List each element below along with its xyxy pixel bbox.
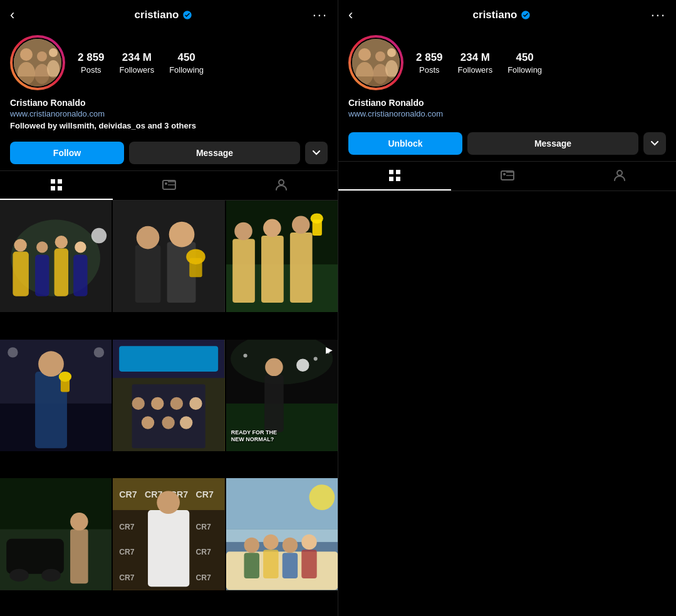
right-following-stat[interactable]: 450 Following <box>507 51 542 75</box>
right-more-button[interactable]: ··· <box>651 7 666 23</box>
grid-item-6[interactable]: READY FOR THENEW NORMAL? ▶ <box>226 340 338 451</box>
left-avatar[interactable] <box>10 35 65 90</box>
svg-rect-39 <box>261 236 284 303</box>
tab-tagged[interactable] <box>225 171 338 200</box>
right-button-row: Unblock Message <box>338 127 676 161</box>
svg-point-98 <box>244 538 259 553</box>
svg-rect-20 <box>35 255 49 296</box>
svg-point-34 <box>187 249 206 264</box>
svg-point-1 <box>20 48 33 61</box>
svg-point-104 <box>301 535 316 550</box>
right-stats-row: 2 859 Posts 234 M Followers 450 Followin… <box>416 51 542 75</box>
svg-rect-105 <box>301 550 316 578</box>
followed-by-others[interactable]: 3 others <box>164 121 196 130</box>
svg-rect-97 <box>226 552 338 590</box>
bio-website[interactable]: www.cristianoronaldo.com <box>10 109 328 118</box>
svg-text:CR7: CR7 <box>120 548 135 557</box>
svg-point-68 <box>265 358 283 376</box>
svg-point-77 <box>41 569 61 582</box>
svg-point-70 <box>243 353 247 357</box>
grid-item-2[interactable] <box>113 201 224 312</box>
right-bio-display-name: Cristiano Ronaldo <box>348 98 666 108</box>
right-reels-tab-icon <box>500 168 515 183</box>
tab-grid[interactable] <box>0 171 113 200</box>
svg-rect-78 <box>70 530 88 584</box>
svg-point-40 <box>263 219 281 238</box>
right-dropdown-button[interactable] <box>643 132 666 155</box>
right-empty-content <box>338 191 676 616</box>
svg-point-51 <box>8 347 18 357</box>
right-header-title: cristiano <box>473 9 531 21</box>
grid-item-4[interactable] <box>0 340 112 451</box>
post-image-2 <box>113 201 224 312</box>
followers-label: Followers <box>120 65 155 75</box>
left-panel: ‹ cristiano ··· <box>0 0 338 616</box>
message-button[interactable]: Message <box>129 142 300 164</box>
svg-rect-99 <box>244 553 259 579</box>
bio-display-name: Cristiano Ronaldo <box>10 98 328 108</box>
svg-rect-115 <box>352 76 401 88</box>
left-tabs <box>0 170 338 201</box>
right-back-button[interactable]: ‹ <box>348 7 353 23</box>
video-play-icon: ▶ <box>326 345 333 355</box>
svg-point-76 <box>9 569 29 582</box>
right-message-button[interactable]: Message <box>467 132 638 155</box>
followed-by-names[interactable]: willsmith, deividas_os <box>60 121 145 130</box>
grid-item-8[interactable]: CR7 CR7 CR7 CR7 CR7 CR7 CR7 CR7 CR7 CR7 <box>113 478 224 590</box>
unblock-button[interactable]: Unblock <box>348 132 462 155</box>
svg-point-3 <box>37 51 47 61</box>
svg-point-30 <box>137 226 160 249</box>
follow-button[interactable]: Follow <box>10 142 124 164</box>
grid-item-7[interactable] <box>0 478 112 590</box>
right-posts-stat[interactable]: 2 859 Posts <box>416 51 443 75</box>
svg-rect-101 <box>263 550 278 578</box>
grid-item-9[interactable] <box>226 478 338 590</box>
followers-stat[interactable]: 234 M Followers <box>120 51 155 75</box>
followed-by-prefix: Followed by <box>10 121 60 130</box>
svg-point-107 <box>309 485 335 511</box>
grid-item-3[interactable] <box>226 201 338 312</box>
right-grid-tab-icon <box>387 168 402 183</box>
svg-point-32 <box>169 222 195 248</box>
avatar-image <box>14 39 63 88</box>
svg-rect-11 <box>58 186 62 191</box>
svg-point-113 <box>387 48 396 57</box>
following-stat[interactable]: 450 Following <box>169 51 204 75</box>
post-image-7 <box>0 478 112 590</box>
left-header: ‹ cristiano ··· <box>0 0 338 30</box>
tab-reels[interactable] <box>113 171 226 200</box>
posts-stat[interactable]: 2 859 Posts <box>78 51 105 75</box>
grid-item-1[interactable] <box>0 201 112 312</box>
more-button[interactable]: ··· <box>313 7 328 23</box>
svg-rect-67 <box>264 375 284 432</box>
svg-rect-29 <box>135 245 161 303</box>
svg-rect-37 <box>232 239 255 303</box>
svg-point-121 <box>503 173 506 175</box>
svg-point-5 <box>49 48 58 57</box>
grid-overlay-text: READY FOR THENEW NORMAL? <box>231 429 277 444</box>
right-chevron-down-icon <box>651 141 658 146</box>
right-tab-reels[interactable] <box>451 162 564 191</box>
svg-text:CR7: CR7 <box>196 489 214 499</box>
svg-point-58 <box>151 397 164 409</box>
right-tab-tagged[interactable] <box>563 162 676 191</box>
right-header: ‹ cristiano ··· <box>338 0 676 30</box>
verified-icon <box>182 10 192 20</box>
svg-rect-9 <box>58 179 62 184</box>
right-bio-website[interactable]: www.cristianoronaldo.com <box>348 109 666 118</box>
following-label: Following <box>169 65 204 75</box>
svg-rect-7 <box>14 76 63 88</box>
dropdown-button[interactable] <box>305 142 328 164</box>
right-avatar[interactable] <box>348 35 403 90</box>
followers-number: 234 M <box>122 51 152 64</box>
svg-rect-55 <box>120 346 219 372</box>
svg-point-109 <box>358 48 371 61</box>
svg-point-26 <box>75 241 86 253</box>
back-button[interactable]: ‹ <box>10 7 14 23</box>
right-verified-icon <box>521 10 531 20</box>
post-image-1 <box>0 201 112 312</box>
right-followers-stat[interactable]: 234 M Followers <box>458 51 493 75</box>
right-tab-grid[interactable] <box>338 162 451 191</box>
grid-item-5[interactable] <box>113 340 224 451</box>
svg-rect-41 <box>290 232 313 303</box>
